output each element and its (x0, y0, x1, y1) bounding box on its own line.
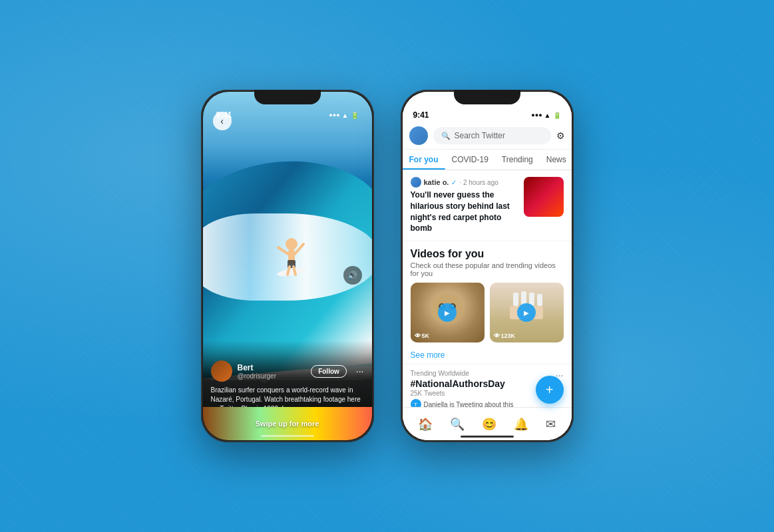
tab-news[interactable]: News (540, 150, 572, 170)
svg-rect-20 (537, 294, 542, 306)
home-indicator-right (461, 436, 514, 438)
news-time: · 2 hours ago (459, 179, 498, 186)
author-avatar (211, 360, 232, 382)
thumbnail-image (524, 177, 564, 217)
settings-icon[interactable]: ⚙ (556, 130, 565, 141)
phone-right: 9:41 ●●● ▲ 🔋 🔍 Search Twitter ⚙ (401, 90, 574, 442)
trending-label: Trending Worldwide (411, 370, 564, 377)
tab-for-you[interactable]: For you (403, 150, 445, 170)
phone-left: 9:41 ●●● ▲ 🔋 ‹ 🔊 ⏸ (201, 90, 374, 442)
svg-rect-17 (513, 293, 518, 306)
battery-icon: 🔋 (553, 112, 561, 119)
news-title: You'll never guess the hilarious story b… (411, 190, 517, 234)
author-name: Bert (238, 363, 306, 372)
user-avatar[interactable] (409, 126, 428, 145)
surfer-figure (272, 224, 311, 277)
explore-screen: 9:41 ●●● ▲ 🔋 🔍 Search Twitter ⚙ (403, 92, 572, 440)
video-card-1[interactable]: ▶ 👁 5K (411, 283, 484, 342)
svg-line-3 (278, 247, 288, 254)
play-button-1[interactable]: ▶ (438, 303, 457, 322)
back-button[interactable]: ‹ (213, 112, 232, 130)
author-handle: @rodrisurger (238, 372, 306, 380)
nav-messages[interactable]: ✉ (546, 417, 556, 432)
news-body: katie o. ✓ · 2 hours ago You'll never gu… (411, 177, 517, 234)
news-author-avatar (411, 177, 421, 188)
explore-header: 🔍 Search Twitter ⚙ (403, 122, 572, 150)
compose-button[interactable]: + (536, 376, 564, 404)
videos-section-subtitle: Check out these popular and trending vid… (411, 261, 564, 277)
tab-covid[interactable]: COVID-19 (445, 150, 495, 170)
notch-right (454, 90, 520, 104)
video-card-2[interactable]: ▶ 👁 123K (490, 283, 564, 342)
nav-spaces[interactable]: 😊 (482, 417, 496, 432)
signal-icon: ●●● (531, 112, 542, 118)
videos-section: Videos for you Check out these popular a… (403, 241, 572, 346)
search-placeholder: Search Twitter (455, 131, 505, 140)
video-screen: 9:41 ●●● ▲ 🔋 ‹ 🔊 ⏸ (203, 92, 372, 440)
wifi-icon: ▲ (544, 112, 551, 119)
status-icons-right: ●●● ▲ 🔋 (531, 112, 560, 119)
verified-badge: ✓ (451, 179, 457, 186)
video-2-views: 👁 123K (494, 332, 516, 339)
sound-button[interactable]: 🔊 (343, 266, 362, 285)
eye-icon: 👁 (415, 332, 421, 339)
swipe-up-text: Swipe up for more (256, 420, 319, 428)
follow-button[interactable]: Follow (311, 365, 347, 378)
status-time-right: 9:41 (413, 110, 429, 120)
more-options-button[interactable]: ··· (356, 366, 364, 376)
news-item[interactable]: katie o. ✓ · 2 hours ago You'll never gu… (403, 170, 572, 241)
play-button-2[interactable]: ▶ (517, 303, 536, 322)
explore-tabs: For you COVID-19 Trending News Sport (403, 150, 572, 170)
eye-icon-2: 👁 (494, 332, 500, 339)
news-author-name: katie o. (424, 178, 449, 186)
author-info: Bert @rodrisurger (238, 363, 306, 380)
nav-search[interactable]: 🔍 (450, 417, 465, 432)
news-meta: katie o. ✓ · 2 hours ago (411, 177, 517, 188)
status-icons-left: ●●● ▲ 🔋 (329, 112, 358, 119)
see-more-link[interactable]: See more (403, 346, 572, 364)
news-thumbnail (524, 177, 564, 217)
nav-notifications[interactable]: 🔔 (514, 417, 528, 432)
nav-home[interactable]: 🏠 (418, 417, 433, 432)
video-1-views: 👁 5K (415, 332, 430, 339)
svg-point-2 (286, 238, 297, 250)
videos-section-title: Videos for you (411, 248, 564, 260)
tab-trending[interactable]: Trending (495, 150, 540, 170)
bottom-navigation: 🏠 🔍 😊 🔔 ✉ (403, 407, 572, 440)
search-icon: 🔍 (441, 132, 451, 140)
notch-left (254, 90, 321, 104)
tweet-author: Bert @rodrisurger Follow ··· (211, 360, 364, 382)
search-bar[interactable]: 🔍 Search Twitter (433, 127, 551, 144)
home-indicator-left (261, 435, 314, 437)
video-grid: ▶ 👁 5K (411, 283, 564, 342)
